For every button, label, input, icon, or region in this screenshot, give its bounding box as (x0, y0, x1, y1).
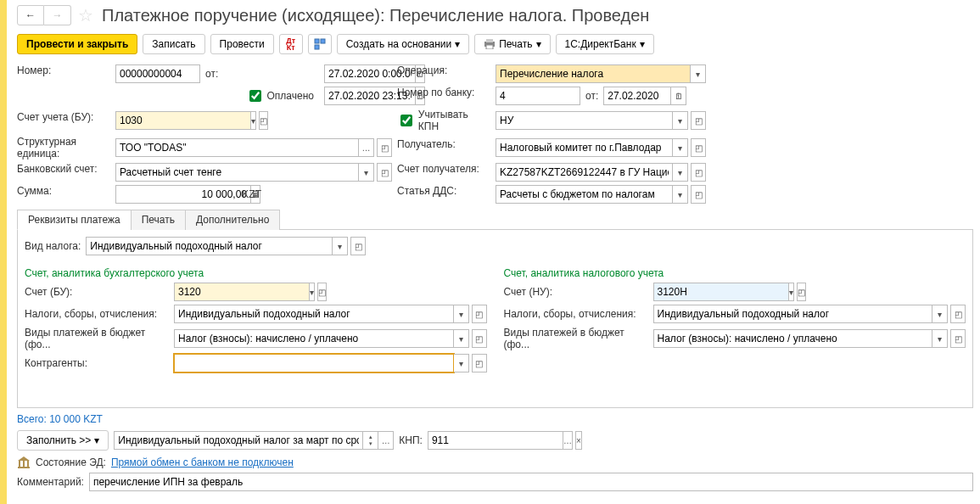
recipient-account-input[interactable] (496, 163, 673, 182)
open-icon[interactable]: ◰ (472, 329, 487, 348)
more-icon[interactable]: … (359, 138, 374, 157)
more-icon[interactable]: … (378, 431, 394, 450)
nav-back-button[interactable]: ← (17, 5, 44, 25)
chevron-down-icon: ▾ (640, 38, 645, 50)
svg-rect-9 (27, 461, 29, 467)
svg-rect-7 (19, 461, 20, 467)
chevron-down-icon[interactable]: ▾ (932, 329, 948, 348)
open-icon[interactable]: ◰ (691, 111, 706, 130)
currency-label: KZT (242, 188, 261, 200)
chevron-down-icon[interactable]: ▾ (691, 64, 706, 83)
open-icon[interactable]: ◰ (377, 163, 392, 182)
tax-type-input[interactable] (86, 237, 333, 255)
dds-input[interactable] (496, 185, 673, 204)
open-icon[interactable]: ◰ (259, 111, 268, 130)
open-icon[interactable]: ◰ (691, 185, 706, 204)
chevron-down-icon[interactable]: ▾ (673, 163, 688, 182)
open-icon[interactable]: ◰ (691, 163, 706, 182)
chevron-down-icon[interactable]: ▾ (333, 237, 348, 255)
unit-input[interactable] (115, 138, 359, 157)
chevron-down-icon[interactable]: ▾ (673, 185, 688, 204)
tab-additional[interactable]: Дополнительно (185, 210, 280, 230)
favorite-star-icon[interactable]: ☆ (78, 5, 93, 25)
taxes-nu-input[interactable] (653, 305, 933, 323)
paid-checkbox[interactable] (249, 90, 261, 102)
chevron-down-icon[interactable]: ▾ (673, 138, 688, 157)
dt-kt-button[interactable]: ДтКт (279, 34, 303, 54)
pay-types-label: Виды платежей в бюджет (фо... (504, 327, 648, 350)
svg-rect-2 (315, 45, 319, 49)
spinner-icon[interactable]: ▴▾ (363, 431, 378, 450)
open-icon[interactable]: ◰ (350, 237, 366, 255)
print-button[interactable]: Печать▾ (474, 34, 550, 54)
chevron-down-icon[interactable]: ▾ (359, 163, 374, 182)
open-icon[interactable]: ◰ (317, 283, 327, 301)
bank-number-label: Номер по банку: (397, 87, 490, 105)
bank-account-input[interactable] (115, 163, 359, 182)
tab-print[interactable]: Печать (131, 210, 186, 230)
post-button[interactable]: Провести (210, 34, 274, 54)
more-icon[interactable]: … (563, 431, 573, 450)
chevron-down-icon[interactable]: ▾ (454, 354, 469, 372)
nav-forward-button[interactable]: → (44, 5, 71, 25)
structure-button[interactable] (308, 34, 332, 54)
chevron-down-icon[interactable]: ▾ (454, 329, 469, 348)
directbank-button[interactable]: 1С:ДиректБанк▾ (556, 34, 654, 54)
knp-input[interactable] (428, 431, 563, 450)
chevron-down-icon[interactable]: ▾ (673, 111, 688, 130)
chevron-down-icon[interactable]: ▾ (932, 305, 948, 323)
operation-select[interactable] (496, 64, 691, 83)
chevron-down-icon: ▾ (536, 38, 541, 50)
svg-rect-1 (321, 39, 325, 43)
open-icon[interactable]: ◰ (950, 329, 966, 348)
title-bar: ← → ☆ Платежное поручение (исходящее): П… (17, 0, 973, 34)
chevron-down-icon[interactable]: ▾ (310, 283, 315, 301)
sum-input[interactable] (115, 185, 251, 204)
number-input[interactable] (115, 64, 200, 83)
svg-rect-8 (23, 461, 25, 467)
fill-button[interactable]: Заполнить >>▾ (17, 430, 109, 451)
nu-input[interactable] (496, 111, 673, 130)
acc-bu-input[interactable] (174, 283, 310, 301)
open-icon[interactable]: ◰ (472, 354, 487, 372)
open-icon[interactable]: ◰ (377, 138, 392, 157)
post-and-close-button[interactable]: Провести и закрыть (17, 34, 137, 54)
chevron-down-icon[interactable]: ▾ (251, 111, 256, 130)
bank-date-input[interactable] (603, 87, 671, 105)
chevron-down-icon[interactable]: ▾ (789, 283, 794, 301)
ed-state-link[interactable]: Прямой обмен с банком не подключен (111, 456, 294, 468)
page-title: Платежное поручение (исходящее): Перечис… (102, 6, 649, 25)
tax-type-label: Вид налога: (25, 240, 81, 252)
write-button[interactable]: Записать (143, 34, 204, 54)
unit-label: Структурная единица: (17, 136, 110, 160)
fill-value-input[interactable] (114, 431, 363, 450)
knp-label: КНП: (399, 434, 423, 446)
open-icon[interactable]: ◰ (691, 138, 706, 157)
taxes-label: Налоги, сборы, отчисления: (25, 308, 169, 320)
acc-nu-label: Счет (НУ): (504, 286, 648, 298)
recipient-account-label: Счет получателя: (397, 163, 490, 182)
recipient-input[interactable] (496, 138, 673, 157)
bank-number-input[interactable] (496, 87, 580, 105)
svg-rect-4 (486, 39, 493, 42)
comment-input[interactable] (89, 473, 973, 491)
consider-kpn-checkbox[interactable] (400, 115, 412, 126)
open-icon[interactable]: ◰ (472, 305, 487, 323)
open-icon[interactable]: ◰ (950, 305, 966, 323)
account-bu-input[interactable] (115, 111, 251, 130)
taxes-bu-input[interactable] (174, 305, 454, 323)
comment-label: Комментарий: (17, 476, 84, 488)
create-based-on-button[interactable]: Создать на основании▾ (337, 34, 470, 54)
pay-types-nu-input[interactable] (653, 329, 933, 348)
svg-marker-6 (18, 456, 30, 461)
tab-requisites[interactable]: Реквизиты платежа (17, 210, 132, 230)
contragent-input[interactable] (174, 354, 454, 372)
from-label: от: (585, 90, 598, 102)
acc-nu-input[interactable] (653, 283, 789, 301)
clear-icon[interactable]: × (575, 431, 582, 450)
open-icon[interactable]: ◰ (797, 283, 806, 301)
calendar-icon[interactable]: 🗓 (671, 87, 686, 105)
chevron-down-icon[interactable]: ▾ (454, 305, 469, 323)
from-label: от: (205, 68, 218, 80)
pay-types-bu-input[interactable] (174, 329, 454, 348)
